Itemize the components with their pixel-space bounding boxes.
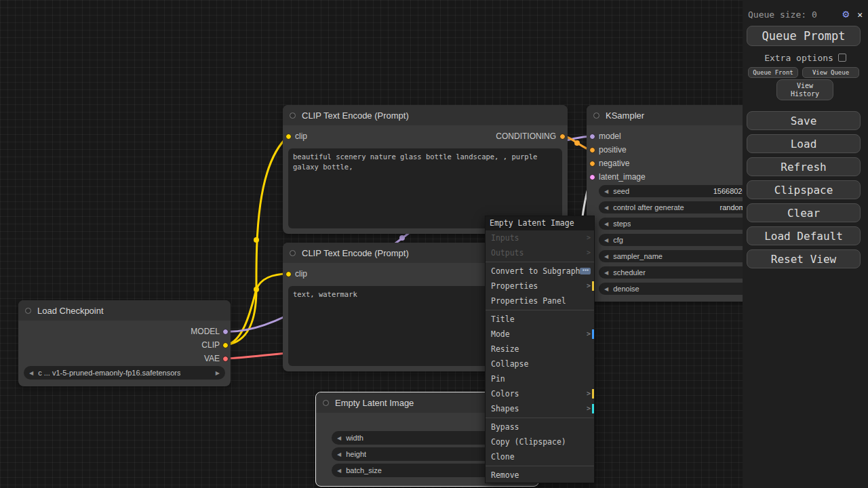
node-context-menu: Empty Latent Image Inputs> Outputs> Conv… [485, 216, 595, 483]
comfyui-app: CLIP Text Encode (Prompt) clip CONDITION… [0, 0, 868, 488]
node-header[interactable]: Load Checkpoint [18, 300, 231, 321]
clip-output-label: CLIP [201, 341, 220, 349]
submenu-arrow-icon: > [587, 386, 591, 401]
reset-view-button[interactable]: Reset View [747, 249, 861, 268]
clip-output-slot[interactable] [222, 342, 229, 348]
menu-item-remove[interactable]: Remove [486, 468, 594, 483]
menu-item-resize[interactable]: Resize [486, 342, 594, 357]
extra-options-label: Extra options [764, 53, 833, 63]
previous-arrow-icon[interactable]: ◀ [29, 370, 33, 376]
collapse-icon[interactable] [290, 113, 296, 119]
extra-options-checkbox[interactable] [838, 54, 846, 62]
submenu-arrow-icon: > [587, 327, 591, 342]
menu-item-mode[interactable]: Mode> [486, 327, 594, 342]
widget-name: sampler_name [613, 252, 663, 260]
node-header[interactable]: CLIP Text Encode (Prompt) [283, 105, 568, 125]
model-output-slot[interactable] [222, 329, 229, 335]
widget-name: seed [613, 187, 629, 195]
queue-prompt-button[interactable]: Queue Prompt [747, 26, 861, 46]
model-input-label: model [599, 132, 621, 140]
widget-name: steps [613, 220, 631, 228]
menu-item-outputs: Outputs> [486, 245, 594, 260]
collapse-icon[interactable] [25, 308, 31, 314]
widget-name: height [346, 450, 366, 458]
menu-divider [486, 310, 594, 310]
collapse-icon[interactable] [593, 113, 599, 119]
submenu-arrow-icon: > [587, 279, 591, 293]
model-input-slot[interactable] [589, 134, 595, 140]
decrement-arrow-icon[interactable]: ◀ [604, 253, 608, 260]
close-icon[interactable]: ✕ [857, 9, 863, 20]
clipspace-button[interactable]: Clipspace [747, 180, 861, 199]
queue-size-label: Queue size: 0 [748, 9, 817, 20]
node-title: KSampler [606, 110, 644, 121]
clip-input-label: clip [295, 132, 307, 140]
menu-item-shapes[interactable]: Shapes> [486, 401, 594, 416]
conditioning-output-label: CONDITIONING [496, 132, 556, 140]
menu-item-pin[interactable]: Pin [486, 371, 594, 386]
decrement-arrow-icon[interactable]: ◀ [604, 221, 608, 227]
menu-item-colors[interactable]: Colors> [486, 386, 594, 401]
clip-input-slot[interactable] [285, 271, 292, 277]
collapse-icon[interactable] [323, 400, 329, 406]
menu-item-title[interactable]: Title [486, 312, 594, 327]
submenu-color-mark [592, 329, 594, 339]
widget-name: batch_size [346, 466, 382, 474]
clear-button[interactable]: Clear [747, 203, 861, 222]
node-title: CLIP Text Encode (Prompt) [302, 110, 409, 121]
clip-input-slot[interactable] [285, 134, 292, 140]
menu-divider [486, 262, 594, 262]
model-output-label: MODEL [191, 327, 220, 336]
menu-item-bypass[interactable]: Bypass [486, 420, 594, 434]
menu-item-copy-clipspace[interactable]: Copy (Clipspace) [486, 434, 594, 449]
positive-input-slot[interactable] [589, 147, 595, 153]
vae-output-slot[interactable] [222, 356, 229, 362]
ckpt-name-widget[interactable]: ◀ c ... v1-5-pruned-emaonly-fp16.safeten… [24, 366, 225, 380]
view-history-button[interactable]: View History [776, 79, 833, 100]
refresh-button[interactable]: Refresh [747, 157, 861, 176]
menu-item-properties[interactable]: Properties> [486, 279, 594, 293]
widget-name: cfg [613, 236, 623, 244]
decrement-arrow-icon[interactable]: ◀ [604, 205, 608, 211]
submenu-color-mark [592, 281, 594, 291]
menu-divider [486, 466, 594, 466]
negative-input-label: negative [599, 159, 629, 167]
submenu-arrow-icon: > [587, 401, 591, 416]
node-title: CLIP Text Encode (Prompt) [302, 248, 409, 258]
menu-item-convert-to-subgraph[interactable]: Convert to Subgraph••• [486, 264, 594, 279]
decrement-arrow-icon[interactable]: ◀ [337, 468, 341, 474]
latent-image-input-label: latent_image [599, 173, 646, 181]
submenu-color-mark [592, 389, 594, 399]
load-button[interactable]: Load [747, 134, 861, 153]
node-clip-text-encode-positive[interactable]: CLIP Text Encode (Prompt) clip CONDITION… [283, 105, 568, 234]
menu-item-properties-panel[interactable]: Properties Panel [486, 293, 594, 308]
menu-divider [486, 418, 594, 418]
save-button[interactable]: Save [747, 111, 861, 130]
decrement-arrow-icon[interactable]: ◀ [604, 270, 608, 276]
node-title: Empty Latent Image [335, 398, 414, 408]
decrement-arrow-icon[interactable]: ◀ [604, 188, 608, 195]
widget-name: control after generate [613, 203, 684, 211]
decrement-arrow-icon[interactable]: ◀ [604, 237, 608, 243]
context-menu-title: Empty Latent Image [486, 216, 594, 230]
conditioning-output-slot[interactable] [559, 134, 566, 140]
submenu-color-mark [592, 404, 594, 413]
subgraph-badge-icon: ••• [580, 268, 591, 274]
next-arrow-icon[interactable]: ▶ [216, 370, 220, 376]
view-queue-button[interactable]: View Queue [802, 67, 859, 78]
menu-item-collapse[interactable]: Collapse [486, 357, 594, 371]
submenu-arrow-icon: > [587, 230, 591, 245]
negative-input-slot[interactable] [589, 161, 595, 167]
decrement-arrow-icon[interactable]: ◀ [337, 435, 341, 441]
submenu-arrow-icon: > [587, 245, 591, 260]
node-title: Load Checkpoint [37, 306, 104, 316]
decrement-arrow-icon[interactable]: ◀ [604, 286, 608, 292]
menu-item-clone[interactable]: Clone [486, 449, 594, 464]
settings-gear-icon[interactable]: ⚙ [843, 9, 850, 20]
node-load-checkpoint[interactable]: Load Checkpoint MODEL CLIP VAE ◀ c ... v… [18, 300, 231, 386]
decrement-arrow-icon[interactable]: ◀ [337, 451, 341, 458]
load-default-button[interactable]: Load Default [747, 226, 861, 245]
queue-front-button[interactable]: Queue Front [748, 67, 798, 78]
latent-image-input-slot[interactable] [589, 174, 595, 180]
collapse-icon[interactable] [290, 250, 296, 256]
